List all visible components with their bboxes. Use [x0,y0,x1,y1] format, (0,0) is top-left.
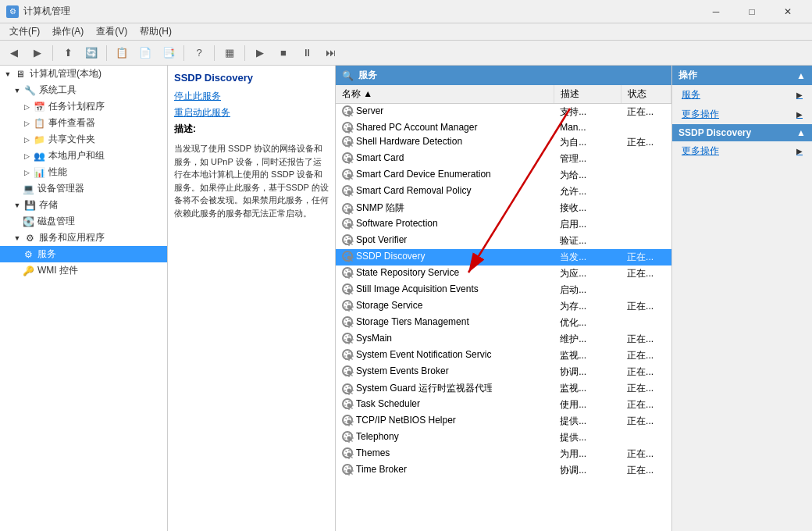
sidebar-perf-label: 性能 [48,166,67,179]
table-row[interactable]: SSDP Discovery当发...正在... [336,249,671,266]
sidebar-event-label: 事件查看器 [48,116,95,130]
stop-button[interactable]: ■ [272,44,294,62]
sidebar-disk-label: 磁盘管理 [37,215,75,228]
minimize-button[interactable]: ─ [698,0,734,23]
sidebar-item-services-apps[interactable]: ▼ ⚙ 服务和应用程序 [0,230,167,246]
row-service-icon [342,365,353,376]
task-icon: 📅 [33,101,45,113]
back-button[interactable]: ◀ [3,44,25,62]
row-service-name: SysMain [356,333,392,344]
svg-point-8 [347,240,351,244]
svg-point-14 [347,338,351,342]
row-service-name: Still Image Acquisition Events [356,283,479,294]
row-service-status: 正在... [621,413,671,429]
table-row[interactable]: Still Image Acquisition Events启动... [336,282,671,298]
col-header-desc: 描述 [554,85,621,104]
action-header-ssdp-arrow: ▲ [796,127,806,138]
services-table: 名称 ▲ 描述 状态 Server支持...正在...Shared PC Acc… [336,85,671,479]
table-row[interactable]: TCP/IP NetBIOS Helper提供...正在... [336,413,671,429]
table-row[interactable]: Storage Service为存...正在... [336,298,671,315]
table-row[interactable]: Smart Card Device Enumeration Service为给.… [336,167,671,184]
sidebar-item-performance[interactable]: ▷ 📊 性能 [0,164,167,180]
table-row[interactable]: Time Broker协调...正在... [336,462,671,479]
play-button[interactable]: ▶ [249,44,271,62]
action-header-main[interactable]: 操作 ▲ [672,66,812,85]
row-service-icon [342,218,353,229]
table-row[interactable]: Themes为用...正在... [336,446,671,462]
sidebar-item-root[interactable]: ▼ 🖥 计算机管理(本地) [0,66,167,82]
expand-arrow-6: ▷ [22,151,31,161]
stop-service-link[interactable]: 停止此服务 [174,90,329,103]
table-row[interactable]: Task Scheduler使用...正在... [336,397,671,413]
row-service-desc: 管理... [554,151,621,167]
toolbar: ◀ ▶ ⬆ 🔄 📋 📄 📑 ? ▦ ▶ ■ ⏸ ⏭ [0,41,812,66]
table-row[interactable]: Smart Card管理... [336,151,671,167]
menu-view[interactable]: 查看(V) [90,23,134,40]
forward-button[interactable]: ▶ [27,44,48,62]
row-service-desc: 启用... [554,216,621,233]
toolbar-btn-5[interactable]: 📑 [158,44,180,62]
row-service-name: System Event Notification Service [356,349,492,360]
action-item-more-1[interactable]: 更多操作 ▶ [672,105,812,124]
up-button[interactable]: ⬆ [57,44,79,62]
row-service-desc: 允许... [554,184,621,200]
table-row[interactable]: System Event Notification Service监视...正在… [336,347,671,364]
action-item-more-2[interactable]: 更多操作 ▶ [672,141,812,161]
table-row[interactable]: Server支持...正在... [336,104,671,121]
sidebar-item-event-viewer[interactable]: ▷ 📋 事件查看器 [0,115,167,131]
row-service-desc: 为给... [554,167,621,184]
table-row[interactable]: Spot Verifier验证... [336,233,671,249]
menu-action[interactable]: 操作(A) [46,23,90,40]
sidebar-item-shared-folders[interactable]: ▷ 📁 共享文件夹 [0,131,167,148]
toolbar-btn-3[interactable]: 📋 [111,44,133,62]
pause-button[interactable]: ⏸ [296,44,318,62]
help-button[interactable]: ? [188,44,210,62]
services-table-container[interactable]: 名称 ▲ 描述 状态 Server支持...正在...Shared PC Acc… [336,85,671,531]
sidebar-item-wmi[interactable]: 🔑 WMI 控件 [0,262,167,279]
action-arrow-2: ▶ [796,110,803,119]
table-row[interactable]: Shell Hardware Detection为自...正在... [336,134,671,151]
menu-file[interactable]: 文件(F) [3,23,46,40]
table-row[interactable]: SysMain维护...正在... [336,331,671,347]
menu-help[interactable]: 帮助(H) [134,23,178,40]
expand-arrow-7: ▷ [22,168,31,177]
table-row[interactable]: Telephony提供... [336,429,671,446]
table-row[interactable]: Smart Card Removal Policy允许... [336,184,671,200]
table-row[interactable]: State Repository Service为应...正在... [336,266,671,282]
refresh-button[interactable]: 🔄 [80,44,102,62]
sidebar-storage-label: 存储 [39,198,58,212]
toolbar-btn-4[interactable]: 📄 [134,44,156,62]
table-row[interactable]: System Guard 运行时监视器代理监视...正在... [336,380,671,397]
row-service-desc: 优化... [554,315,621,331]
sidebar-services-apps-label: 服务和应用程序 [39,231,105,244]
table-row[interactable]: Software Protection启用... [336,216,671,233]
sidebar-item-storage[interactable]: ▼ 💾 存储 [0,197,167,213]
table-row[interactable]: SNMP 陷阱接收... [336,200,671,216]
table-row[interactable]: Shared PC Account ManagerMan... [336,120,671,134]
restart-service-link[interactable]: 重启动此服务 [174,106,329,119]
row-service-name: Server [356,105,383,116]
sidebar-item-local-users[interactable]: ▷ 👥 本地用户和组 [0,148,167,164]
sidebar-item-disk-mgmt[interactable]: 💽 磁盘管理 [0,213,167,230]
action-header-ssdp[interactable]: SSDP Discovery ▲ [672,124,812,141]
toolbar-grid-btn[interactable]: ▦ [219,44,240,62]
sidebar-item-system-tools[interactable]: ▼ 🔧 系统工具 [0,82,167,98]
sidebar-item-services[interactable]: ⚙ 服务 [0,246,167,262]
table-row[interactable]: Storage Tiers Management优化... [336,315,671,331]
action-item-services[interactable]: 服务 ▶ [672,85,812,105]
sidebar-local-users-label: 本地用户和组 [48,149,105,162]
table-row[interactable]: System Events Broker协调...正在... [336,364,671,380]
row-service-status [621,282,671,298]
sidebar-item-device-manager[interactable]: 💻 设备管理器 [0,180,167,197]
row-service-name: Smart Card Removal Policy [356,185,471,196]
row-service-desc: 协调... [554,462,621,479]
device-icon: 💻 [22,183,34,195]
close-button[interactable]: ✕ [770,0,806,23]
disk-icon: 💽 [22,216,34,228]
svg-point-1 [347,127,351,131]
window-title: 计算机管理 [23,5,70,18]
step-button[interactable]: ⏭ [319,44,341,62]
maximize-button[interactable]: □ [734,0,770,23]
row-service-status: 正在... [621,249,671,266]
sidebar-item-task-scheduler[interactable]: ▷ 📅 任务计划程序 [0,98,167,115]
